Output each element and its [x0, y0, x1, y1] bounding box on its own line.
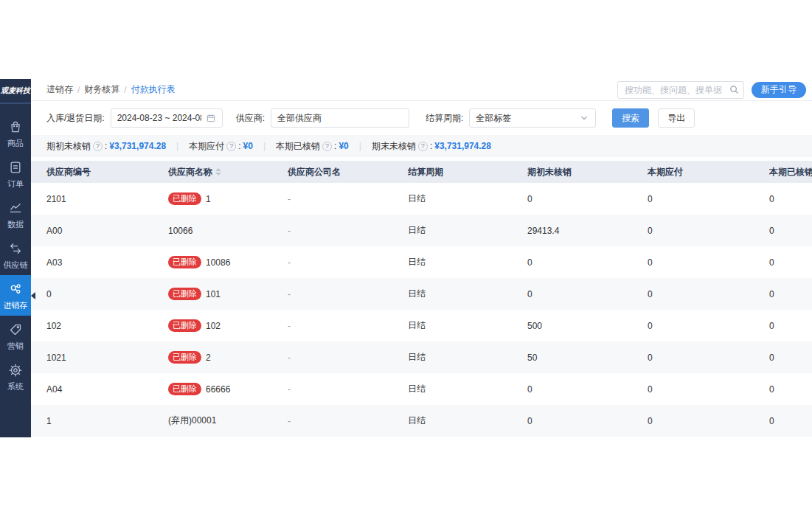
cell-supplier-code: A00: [46, 215, 168, 246]
breadcrumb: 进销存/财务核算/付款执行表: [46, 83, 176, 96]
table-row: A0010066-日结29413.400: [31, 215, 812, 246]
global-search[interactable]: [617, 81, 744, 99]
cell-supplier-code: A04: [46, 373, 168, 405]
cell-supplier-code: 1: [46, 405, 168, 437]
search-input[interactable]: [617, 81, 744, 99]
sidebar-item-label: 订单: [7, 180, 24, 188]
cell-company-name: -: [288, 405, 408, 437]
deleted-badge: 已删除: [168, 192, 201, 205]
cycle-filter-value: 全部标签: [476, 112, 575, 125]
cell-settle-cycle: 日结: [408, 373, 527, 405]
cell-supplier-name: (弃用)00001: [168, 405, 288, 437]
column-header-label: 本期应付: [648, 166, 683, 178]
summary-item: 期初未核销?:¥3,731,974.28: [46, 140, 166, 153]
summary-label: 本期应付: [189, 140, 224, 153]
cell-current-payable: 0: [648, 183, 769, 215]
chevron-down-icon: [579, 113, 589, 123]
cell-opening-unsettled: 0: [527, 373, 648, 405]
cycle-filter-select[interactable]: 全部标签: [469, 108, 596, 128]
cell-supplier-name: 已删除10086: [168, 246, 288, 278]
cell-supplier-name: 已删除1: [168, 183, 288, 215]
cell-current-settled: 0: [769, 373, 812, 405]
breadcrumb-item[interactable]: 财务核算: [84, 83, 119, 96]
supplier-name-text: 10086: [206, 257, 230, 268]
cell-company-name: -: [288, 183, 408, 215]
cell-company-name: -: [288, 215, 408, 246]
cell-settle-cycle: 日结: [408, 183, 527, 215]
cell-current-payable: 0: [648, 310, 769, 341]
cell-opening-unsettled: 29413.4: [527, 215, 648, 246]
cell-settle-cycle: 日结: [408, 405, 527, 437]
sidebar-item-营销[interactable]: 营销: [0, 316, 31, 356]
breadcrumb-item[interactable]: 进销存: [46, 83, 73, 96]
sidebar-item-系统[interactable]: 系统: [0, 356, 31, 397]
date-range-picker[interactable]: 2024-08-23 ~ 2024-08-23: [111, 108, 223, 128]
column-header-供应商编号: 供应商编号: [46, 166, 168, 178]
summary-value: ¥0: [243, 141, 253, 151]
table-header: 供应商编号供应商名称供应商公司名结算周期期初未核销本期应付本期已核销: [31, 161, 812, 183]
cell-opening-unsettled: 0: [527, 183, 648, 215]
gear-icon: [8, 363, 23, 381]
breadcrumb-item[interactable]: 付款执行表: [131, 83, 176, 96]
summary-value: ¥3,731,974.28: [434, 141, 491, 151]
sidebar-item-进销存[interactable]: 进销存: [0, 275, 31, 316]
cell-company-name: -: [288, 373, 408, 405]
column-header-label: 期初未核销: [527, 166, 572, 178]
summary-colon: :: [105, 141, 107, 151]
column-header-本期应付: 本期应付: [648, 166, 769, 178]
sidebar-item-数据[interactable]: 数据: [0, 194, 31, 235]
supplier-name-text: 10066: [168, 226, 192, 236]
cell-settle-cycle: 日结: [408, 215, 527, 246]
supplier-filter-input[interactable]: 全部供应商: [271, 108, 409, 128]
supplier-filter-label: 供应商:: [236, 112, 265, 125]
cycle-filter-label: 结算周期:: [426, 112, 463, 125]
search-icon[interactable]: [729, 84, 740, 95]
help-icon[interactable]: ?: [322, 142, 332, 151]
cell-current-payable: 0: [648, 278, 769, 310]
search-button[interactable]: 搜索: [612, 108, 649, 128]
summary-item: 期末未核销?:¥3,731,974.28: [372, 140, 491, 153]
deleted-badge: 已删除: [168, 383, 201, 395]
summary-value: ¥3,731,974.28: [109, 141, 166, 151]
supplier-name-text: 102: [206, 321, 221, 331]
cell-current-payable: 0: [648, 246, 769, 278]
summary-label: 期初未核销: [46, 140, 91, 153]
sidebar: 观麦科技 商品订单数据供应链进销存营销系统: [0, 79, 31, 437]
column-header-label: 供应商名称: [168, 166, 212, 178]
column-header-label: 本期已核销: [769, 166, 812, 178]
cell-supplier-code: A03: [46, 246, 168, 278]
cell-company-name: -: [288, 341, 408, 373]
sidebar-item-label: 商品: [7, 139, 24, 148]
cell-current-settled: 0: [769, 183, 812, 215]
summary-colon: :: [430, 141, 432, 151]
cell-current-payable: 0: [648, 341, 769, 373]
sidebar-item-商品[interactable]: 商品: [0, 113, 31, 153]
cell-supplier-name: 已删除101: [168, 278, 288, 310]
summary-colon: :: [334, 141, 336, 151]
sort-icon[interactable]: [215, 168, 221, 176]
cell-supplier-name: 10066: [168, 215, 288, 246]
date-filter-label: 入库/退货日期:: [46, 112, 105, 125]
column-header-label: 供应商公司名: [288, 166, 341, 178]
summary-bar: 期初未核销?:¥3,731,974.28|本期应付?:¥0|本期已核销?:¥0|…: [31, 135, 812, 157]
cell-supplier-code: 0: [46, 278, 168, 310]
app-logo: 观麦科技: [0, 79, 31, 104]
table-row: A04已删除66666-日结000: [31, 373, 812, 405]
sidebar-item-供应链[interactable]: 供应链: [0, 235, 31, 275]
help-icon[interactable]: ?: [93, 142, 103, 151]
cell-current-settled: 0: [769, 405, 812, 437]
active-item-arrow: [31, 292, 35, 299]
table-row: A03已删除10086-日结000: [31, 246, 812, 278]
summary-colon: :: [238, 141, 240, 151]
sidebar-item-订单[interactable]: 订单: [0, 153, 31, 194]
help-icon[interactable]: ?: [226, 142, 236, 151]
supplier-name-text: 2: [206, 353, 211, 363]
payment-table: 供应商编号供应商名称供应商公司名结算周期期初未核销本期应付本期已核销 2101已…: [31, 161, 812, 437]
guide-button[interactable]: 新手引导: [752, 82, 806, 98]
table-row: 1021已删除2-日结5000: [31, 341, 812, 373]
column-header-供应商名称[interactable]: 供应商名称: [168, 166, 288, 178]
help-icon[interactable]: ?: [418, 142, 428, 151]
supplier-name-text: (弃用)00001: [168, 414, 216, 427]
export-button[interactable]: 导出: [658, 108, 695, 128]
filter-bar: 入库/退货日期: 2024-08-23 ~ 2024-08-23 供应商: 全部…: [31, 101, 812, 135]
